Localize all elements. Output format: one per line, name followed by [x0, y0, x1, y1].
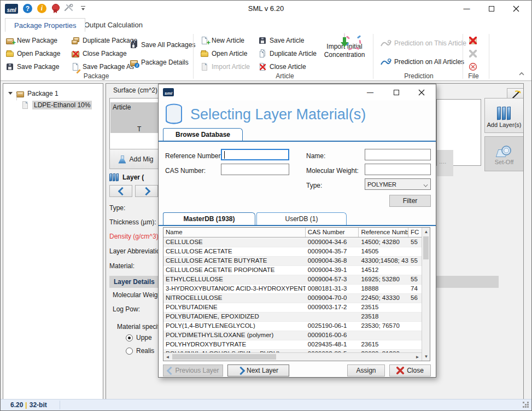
- new-article-button[interactable]: + New Article: [198, 34, 246, 47]
- vertical-scroll-thumb[interactable]: [423, 236, 429, 259]
- next-layer-arrow-button[interactable]: [135, 185, 158, 197]
- tree-item-package[interactable]: Package 1: [8, 89, 59, 99]
- table-row[interactable]: CELLULOSE0009004-34-614500; 4328055: [163, 238, 422, 247]
- ribbon-collapse-icon[interactable]: [518, 70, 525, 78]
- browse-database-tab[interactable]: Browse Database: [163, 128, 243, 141]
- add-layers-button[interactable]: Add Layer(s): [484, 98, 524, 133]
- selecting-layer-material-dialog: sml — Selecting Layer Material(s) Browse…: [158, 84, 436, 378]
- molecular-weight-input[interactable]: [365, 164, 431, 175]
- article-group-label: Article: [249, 72, 320, 80]
- new-package-button[interactable]: + New Package: [4, 34, 59, 47]
- tab-package-properties[interactable]: Package Properties: [5, 18, 85, 32]
- column-header-name[interactable]: Name: [163, 228, 306, 237]
- dialog-title-bar: sml —: [159, 84, 436, 101]
- surface-grid-article-cell: Article: [110, 102, 159, 133]
- resize-grip[interactable]: [523, 402, 529, 408]
- cell-cas: 0009004-34-6: [306, 238, 359, 247]
- open-package-button[interactable]: Open Package: [4, 48, 62, 60]
- close-dialog-button[interactable]: Close: [389, 364, 431, 377]
- cell-ref: 23518: [359, 312, 408, 321]
- import-article-button: Import Article: [198, 61, 252, 73]
- cell-cas: 0009003-17-2: [306, 303, 359, 312]
- table-row[interactable]: POLYHYDROXYBUTYRATE0029435-48-123615: [163, 340, 422, 350]
- import-initial-concentration-button[interactable]: Import Initial Concentration: [320, 33, 369, 59]
- browse-dots-button[interactable]: ....: [437, 150, 453, 176]
- tree-item-article[interactable]: LDPE-Ethanol 10%: [21, 100, 92, 110]
- table-row[interactable]: POLYBUTADIENE, EPOXIDIZED23518: [163, 312, 422, 322]
- duplicate-article-button[interactable]: Duplicate Article: [256, 48, 318, 60]
- cell-ref: 22450; 43330: [359, 294, 408, 303]
- table-row[interactable]: CELLULOSE ACETATE0009004-35-714505: [163, 247, 422, 257]
- status-version: 6.20|32-bit: [10, 401, 47, 409]
- file-delete-button[interactable]: [467, 34, 479, 47]
- table-row[interactable]: NITROCELLULOSE0009004-70-022450; 4333056: [163, 294, 422, 303]
- package-details-button[interactable]: i Package Details: [128, 56, 190, 68]
- reference-number-input[interactable]: [221, 149, 289, 160]
- assign-button[interactable]: Assign: [347, 364, 385, 377]
- table-row[interactable]: CELLULOSE ACETATE BUTYRATE0009004-36-843…: [163, 257, 422, 266]
- close-article-button[interactable]: Close Article: [256, 61, 308, 73]
- cell-fc: [408, 266, 422, 275]
- minimize-button[interactable]: —: [454, 1, 479, 17]
- prediction-icon: [381, 58, 391, 66]
- close-package-button[interactable]: Close Package: [69, 48, 128, 60]
- previous-layer-arrow-button[interactable]: [109, 185, 132, 197]
- column-header-reference[interactable]: Reference Number: [359, 228, 408, 237]
- file-disabled-button: [467, 48, 479, 60]
- horizontal-scroll-thumb[interactable]: [172, 354, 276, 360]
- dialog-minimize-button[interactable]: —: [362, 86, 378, 99]
- scroll-down-icon[interactable]: ▼: [422, 352, 430, 361]
- save-all-packages-button[interactable]: Save All Packages: [128, 39, 197, 51]
- density-label: Density (g/cm^3): [109, 233, 159, 240]
- scroll-up-icon[interactable]: ▲: [422, 228, 430, 236]
- dialog-close-button[interactable]: [413, 86, 430, 99]
- filter-button[interactable]: Filter: [389, 195, 431, 207]
- thickness-label: Thickness (µm):: [109, 218, 156, 226]
- scroll-left-icon[interactable]: ◄: [163, 353, 172, 361]
- table-row[interactable]: POLYBUTADIENE0009003-17-223515: [163, 303, 422, 312]
- userdb-tab[interactable]: UserDB (1): [256, 212, 347, 225]
- tree-expand-icon[interactable]: [8, 91, 13, 96]
- log-pow-label: Log Pow:: [113, 305, 140, 313]
- table-row[interactable]: CELLULOSE ACETATE PROPIONATE0009004-39-1…: [163, 266, 422, 275]
- table-row[interactable]: ETHYLCELLULOSE0009004-57-316925; 5328055: [163, 275, 422, 285]
- maximize-button[interactable]: [479, 1, 504, 17]
- cas-number-input[interactable]: [221, 164, 289, 175]
- save-package-as-button[interactable]: Save Package As: [69, 61, 136, 73]
- duplicate-package-icon: [71, 36, 80, 45]
- dialog-heading: Selecting Layer Material(s): [190, 106, 366, 123]
- next-layer-button[interactable]: Next Layer: [227, 364, 289, 377]
- dialog-maximize-button[interactable]: [388, 86, 405, 99]
- save-package-button[interactable]: Save Package: [4, 61, 61, 73]
- cell-name: POLYHYDROXYBUTYRATE: [163, 340, 306, 349]
- table-row[interactable]: 3-HYDROXYBUTANOIC ACID-3-HYDROXYPENTAN..…: [163, 285, 422, 294]
- table-row[interactable]: POLYDIMETHYLSILOXANE (polymer)0009016-00…: [163, 331, 422, 340]
- horizontal-scrollbar[interactable]: ◄ ►: [163, 352, 422, 361]
- vertical-scrollbar[interactable]: ▲ ▼: [422, 228, 430, 361]
- package-details-icon: i: [130, 58, 138, 67]
- realistic-radio[interactable]: [126, 348, 133, 355]
- cell-cas: 0009004-39-1: [306, 266, 359, 275]
- layer-tab[interactable]: Layer (: [109, 173, 144, 182]
- save-article-button[interactable]: Save Article: [256, 34, 306, 47]
- previous-layer-button: Previous Layer: [163, 364, 223, 377]
- tab-output-calculation[interactable]: Output Calculation: [75, 18, 151, 32]
- cell-cas: [306, 312, 359, 321]
- column-header-fc[interactable]: FC: [408, 228, 422, 237]
- type-dropdown[interactable]: POLYMER: [365, 178, 431, 190]
- close-button[interactable]: [504, 1, 528, 17]
- scroll-right-icon[interactable]: ►: [413, 353, 422, 361]
- file-cancel-button[interactable]: [467, 61, 479, 73]
- upper-radio[interactable]: [126, 334, 133, 341]
- column-header-cas[interactable]: CAS Number: [306, 228, 359, 237]
- masterdb-tab[interactable]: MasterDB (1938): [163, 212, 255, 225]
- cell-ref: 16925; 53280: [359, 275, 408, 284]
- open-article-button[interactable]: Open Article: [198, 48, 249, 60]
- tree-package-label: Package 1: [27, 90, 59, 97]
- table-row[interactable]: POLY(1,4-BUTYLENEGLYCOL)0025190-06-12353…: [163, 322, 422, 331]
- prediction-all-articles-button[interactable]: Prediction on All Articles: [379, 56, 466, 68]
- name-input[interactable]: [365, 149, 431, 160]
- file-disabled-icon: [469, 49, 477, 58]
- name-label: Name:: [306, 152, 325, 160]
- add-migrant-button[interactable]: Add Mig: [109, 149, 162, 169]
